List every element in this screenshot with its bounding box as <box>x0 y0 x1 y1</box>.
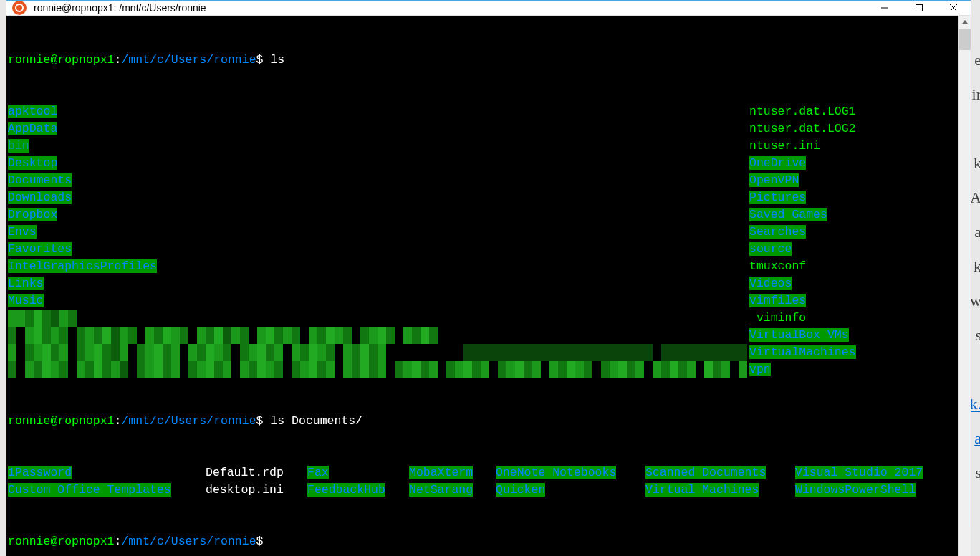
redacted-row <box>8 344 749 361</box>
ubuntu-icon <box>12 1 27 15</box>
prompt-line-3: ronnie@ropnopx1:/mnt/c/Users/ronnie$ <box>8 533 956 550</box>
list-item: FeedbackHub <box>307 483 385 497</box>
list-item: tmuxconf <box>749 259 806 273</box>
list-item: 1Password <box>8 466 72 479</box>
window-controls <box>868 1 971 15</box>
list-item: Searches <box>749 225 806 239</box>
list-item: ntuser.ini <box>749 139 820 153</box>
list-item: ntuser.dat.LOG1 <box>749 105 856 118</box>
prompt-line-1: ronnie@ropnopx1:/mnt/c/Users/ronnie$ ls <box>8 52 956 69</box>
minimize-button[interactable] <box>868 1 902 15</box>
list-item: VirtualMachines <box>749 345 856 359</box>
scroll-up-button[interactable] <box>959 16 971 29</box>
list-item: Favorites <box>8 242 72 256</box>
list-item: Virtual Machines <box>645 483 759 497</box>
ls-output: apktoolAppDatabinDesktopDocumentsDownloa… <box>8 103 956 378</box>
list-item: apktool <box>8 105 57 118</box>
list-item: AppData <box>8 122 57 135</box>
list-item: Pictures <box>749 191 806 204</box>
list-item: Downloads <box>8 191 72 204</box>
prompt-line-2: ronnie@ropnopx1:/mnt/c/Users/ronnie$ ls … <box>8 413 956 430</box>
list-item: WindowsPowerShell <box>795 483 916 497</box>
list-item: _viminfo <box>749 311 806 325</box>
terminal-window: ronnie@ropnopx1: /mnt/c/Users/ronnie ron… <box>6 0 971 527</box>
terminal-content[interactable]: ronnie@ropnopx1:/mnt/c/Users/ronnie$ ls … <box>6 16 958 556</box>
list-item: Scanned Documents <box>645 466 766 479</box>
list-item: Music <box>8 294 44 307</box>
window-title: ronnie@ropnopx1: /mnt/c/Users/ronnie <box>34 2 868 14</box>
list-item: Fax <box>307 466 329 479</box>
list-item: Envs <box>8 225 37 239</box>
list-item: ntuser.dat.LOG2 <box>749 122 856 135</box>
maximize-button[interactable] <box>902 1 936 15</box>
window-titlebar[interactable]: ronnie@ropnopx1: /mnt/c/Users/ronnie <box>6 1 971 16</box>
list-item: OneDrive <box>749 156 806 170</box>
list-item: Visual Studio 2017 <box>795 466 923 479</box>
list-item: Custom Office Templates <box>8 483 171 497</box>
list-item: Documents <box>8 173 72 187</box>
terminal-area[interactable]: ronnie@ropnopx1:/mnt/c/Users/ronnie$ ls … <box>6 16 971 556</box>
list-item: Dropbox <box>8 208 57 221</box>
list-item: vpn <box>749 363 771 376</box>
list-item: Desktop <box>8 156 57 170</box>
list-item: Links <box>8 277 44 290</box>
list-item: Quicken <box>496 483 545 497</box>
ls-documents-output: 1PasswordCustom Office TemplatesDefault.… <box>8 464 956 499</box>
list-item: VirtualBox VMs <box>749 328 849 342</box>
terminal-scrollbar[interactable] <box>958 16 971 556</box>
close-button[interactable] <box>936 1 971 15</box>
list-item: Videos <box>749 277 792 290</box>
list-item: NetSarang <box>409 483 473 497</box>
list-item: Default.rdp <box>206 466 284 479</box>
list-item: Saved Games <box>749 208 827 221</box>
list-item: MobaXterm <box>409 466 473 479</box>
svg-rect-1 <box>916 5 923 11</box>
list-item: OneNote Notebooks <box>496 466 616 479</box>
list-item: IntelGraphicsProfiles <box>8 259 157 273</box>
redacted-row <box>8 361 749 378</box>
list-item: OpenVPN <box>749 173 799 187</box>
redacted-row <box>8 310 749 327</box>
list-item: desktop.ini <box>206 483 284 497</box>
list-item: source <box>749 242 792 256</box>
scroll-thumb[interactable] <box>959 29 971 50</box>
list-item: bin <box>8 139 29 153</box>
redacted-row <box>8 327 749 344</box>
list-item: vimfiles <box>749 294 806 307</box>
